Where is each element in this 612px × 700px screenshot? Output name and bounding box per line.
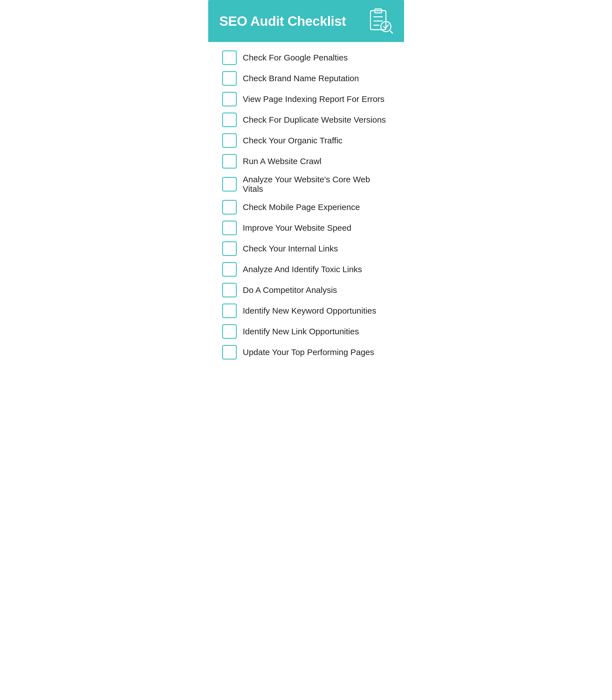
checklist-label-15: Update Your Top Performing Pages xyxy=(243,347,374,357)
checkbox-15[interactable] xyxy=(222,345,237,359)
list-item: Update Your Top Performing Pages xyxy=(222,345,390,359)
list-item: Check For Duplicate Website Versions xyxy=(222,112,390,127)
checklist-label-10: Check Your Internal Links xyxy=(243,244,338,253)
checkbox-1[interactable] xyxy=(222,51,237,65)
page-title: SEO Audit Checklist xyxy=(219,13,346,29)
list-item: Check Your Organic Traffic xyxy=(222,133,390,148)
checklist-label-5: Check Your Organic Traffic xyxy=(243,136,343,145)
list-item: Improve Your Website Speed xyxy=(222,221,390,235)
checklist-label-4: Check For Duplicate Website Versions xyxy=(243,115,386,125)
page-wrapper: SEO Audit Checklist Check For Google Pen… xyxy=(208,0,404,377)
list-item: Analyze Your Website's Core Web Vitals xyxy=(222,175,390,194)
checkbox-12[interactable] xyxy=(222,283,237,297)
checklist-icon xyxy=(368,9,393,33)
checkbox-6[interactable] xyxy=(222,154,237,168)
checkbox-7[interactable] xyxy=(222,177,237,192)
checkbox-11[interactable] xyxy=(222,262,237,277)
checklist-label-14: Identify New Link Opportunities xyxy=(243,327,359,336)
list-item: Check For Google Penalties xyxy=(222,51,390,65)
svg-line-6 xyxy=(390,30,392,33)
list-item: Check Mobile Page Experience xyxy=(222,200,390,215)
checklist-label-8: Check Mobile Page Experience xyxy=(243,203,360,212)
checklist-label-7: Analyze Your Website's Core Web Vitals xyxy=(243,175,390,194)
checklist-label-2: Check Brand Name Reputation xyxy=(243,74,359,83)
list-item: Run A Website Crawl xyxy=(222,154,390,168)
checkbox-5[interactable] xyxy=(222,133,237,148)
checkbox-14[interactable] xyxy=(222,324,237,339)
checkbox-9[interactable] xyxy=(222,221,237,235)
list-item: Do A Competitor Analysis xyxy=(222,283,390,297)
checkbox-3[interactable] xyxy=(222,92,237,106)
checklist-label-9: Improve Your Website Speed xyxy=(243,223,351,233)
list-item: Check Your Internal Links xyxy=(222,241,390,256)
checklist-label-1: Check For Google Penalties xyxy=(243,53,348,63)
checkbox-8[interactable] xyxy=(222,200,237,215)
page-header: SEO Audit Checklist xyxy=(208,0,404,42)
checkbox-13[interactable] xyxy=(222,303,237,318)
list-item: View Page Indexing Report For Errors xyxy=(222,92,390,106)
checklist-label-3: View Page Indexing Report For Errors xyxy=(243,94,385,104)
list-item: Analyze And Identify Toxic Links xyxy=(222,262,390,277)
checkbox-4[interactable] xyxy=(222,112,237,127)
checklist-label-12: Do A Competitor Analysis xyxy=(243,285,337,295)
checklist-container: Check For Google PenaltiesCheck Brand Na… xyxy=(208,42,404,377)
checklist-label-13: Identify New Keyword Opportunities xyxy=(243,306,376,316)
list-item: Identify New Link Opportunities xyxy=(222,324,390,339)
list-item: Check Brand Name Reputation xyxy=(222,71,390,86)
checkbox-10[interactable] xyxy=(222,241,237,256)
checkbox-2[interactable] xyxy=(222,71,237,86)
checklist-label-6: Run A Website Crawl xyxy=(243,156,321,166)
list-item: Identify New Keyword Opportunities xyxy=(222,303,390,318)
checklist-label-11: Analyze And Identify Toxic Links xyxy=(243,265,362,274)
